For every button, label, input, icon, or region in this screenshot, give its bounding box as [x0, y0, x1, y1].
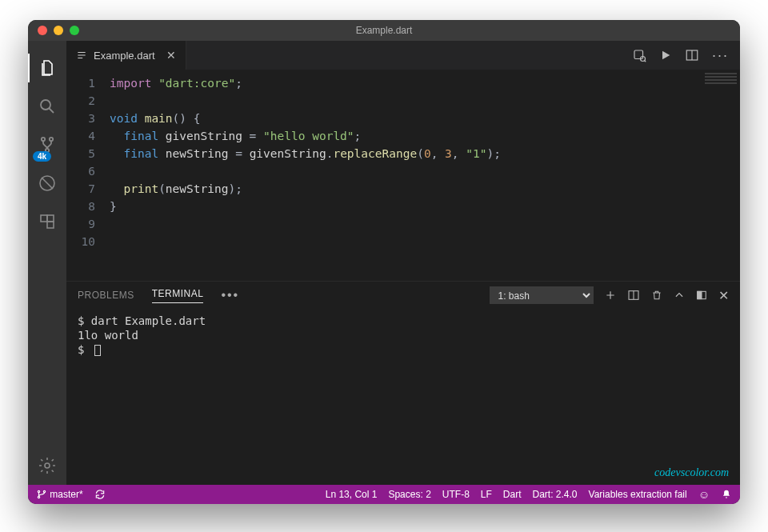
svg-rect-6 — [47, 222, 54, 228]
line-gutter: 1 2 3 4 5 6 7 8 9 10 — [66, 70, 105, 281]
svg-point-16 — [38, 497, 39, 498]
code-editor[interactable]: 1 2 3 4 5 6 7 8 9 10 import "dart:core";… — [66, 70, 740, 281]
editor-tab-example[interactable]: Example.dart ✕ — [66, 41, 186, 70]
terminal-cursor — [94, 345, 101, 356]
scm-activity-button[interactable]: 4k — [28, 126, 66, 164]
debug-config-icon[interactable] — [632, 48, 646, 62]
status-notifications-button[interactable] — [721, 489, 732, 501]
status-cursor-position[interactable]: Ln 13, Col 1 — [326, 489, 378, 500]
panel-close-button[interactable]: ✕ — [718, 288, 730, 303]
maximize-window-button[interactable] — [70, 26, 79, 35]
status-eol[interactable]: LF — [481, 489, 492, 500]
status-sdk[interactable]: Dart: 2.4.0 — [533, 489, 578, 500]
panel-maximize-button[interactable] — [696, 290, 707, 301]
panel-tab-terminal[interactable]: TERMINAL — [152, 288, 204, 303]
scm-badge: 4k — [33, 151, 51, 162]
terminal-prompt: $ — [78, 342, 729, 357]
gear-icon — [38, 456, 57, 475]
terminal-line: $ dart Example.dart — [78, 314, 729, 328]
terminal-line: 1lo world — [78, 328, 729, 342]
svg-rect-7 — [47, 215, 54, 222]
editor-tabs: Example.dart ✕ ··· — [66, 41, 740, 70]
svg-point-0 — [41, 100, 50, 110]
extensions-icon — [38, 212, 57, 231]
minimap[interactable] — [705, 73, 737, 89]
sync-icon — [94, 489, 106, 500]
bell-icon — [721, 489, 732, 500]
main-area: Example.dart ✕ ··· — [66, 41, 740, 485]
status-bar: master* Ln 13, Col 1 Spaces: 2 UTF-8 LF … — [28, 485, 740, 504]
status-error[interactable]: Variables extraction fail — [589, 489, 687, 500]
svg-point-8 — [45, 463, 50, 468]
more-actions-icon[interactable]: ··· — [712, 47, 729, 64]
window: Example.dart 4k — [28, 20, 740, 504]
search-activity-button[interactable] — [28, 87, 66, 126]
editor-actions: ··· — [632, 41, 740, 70]
window-title: Example.dart — [28, 25, 740, 36]
status-language[interactable]: Dart — [503, 489, 522, 500]
close-window-button[interactable] — [38, 26, 47, 35]
svg-rect-9 — [634, 50, 643, 59]
terminal-select[interactable]: 1: bash — [490, 286, 594, 304]
tab-close-button[interactable]: ✕ — [166, 49, 176, 62]
code-content: import "dart:core"; void main() { final … — [105, 70, 740, 281]
activity-bar: 4k — [28, 41, 66, 485]
explorer-activity-button[interactable] — [28, 49, 66, 87]
split-terminal-button[interactable] — [627, 289, 640, 302]
split-editor-icon[interactable] — [685, 48, 699, 62]
status-branch[interactable]: master* — [36, 489, 83, 501]
status-encoding[interactable]: UTF-8 — [442, 489, 470, 500]
file-lines-icon — [76, 50, 87, 61]
panel-tab-problems[interactable]: PROBLEMS — [78, 290, 134, 301]
new-terminal-button[interactable] — [605, 290, 616, 301]
svg-point-1 — [42, 138, 45, 141]
svg-rect-14 — [697, 291, 701, 298]
kill-terminal-button[interactable] — [651, 290, 662, 301]
debug-activity-button[interactable] — [28, 164, 66, 202]
files-icon — [38, 58, 57, 78]
svg-point-2 — [50, 138, 53, 141]
panel-more-button[interactable]: ••• — [221, 288, 239, 302]
svg-point-17 — [43, 491, 45, 493]
titlebar: Example.dart — [28, 20, 740, 41]
panel-header: PROBLEMS TERMINAL ••• 1: bash ✕ — [66, 282, 740, 309]
status-feedback-button[interactable]: ☺ — [698, 488, 710, 501]
settings-activity-button[interactable] — [28, 446, 66, 485]
terminal-body[interactable]: $ dart Example.dart 1lo world $ codevsco… — [66, 309, 740, 485]
svg-rect-5 — [41, 215, 47, 222]
run-icon[interactable] — [659, 49, 672, 62]
watermark: codevscolor.com — [654, 466, 729, 480]
svg-point-15 — [38, 491, 39, 493]
bug-icon — [38, 174, 57, 193]
search-icon — [38, 97, 57, 116]
git-branch-icon — [36, 489, 47, 500]
window-controls — [38, 26, 79, 35]
status-indentation[interactable]: Spaces: 2 — [388, 489, 430, 500]
panel-up-button[interactable] — [674, 290, 685, 301]
extensions-activity-button[interactable] — [28, 202, 66, 241]
status-sync-button[interactable] — [94, 489, 106, 500]
minimize-window-button[interactable] — [54, 26, 63, 35]
panel: PROBLEMS TERMINAL ••• 1: bash ✕ — [66, 281, 740, 485]
tab-filename: Example.dart — [94, 50, 155, 62]
